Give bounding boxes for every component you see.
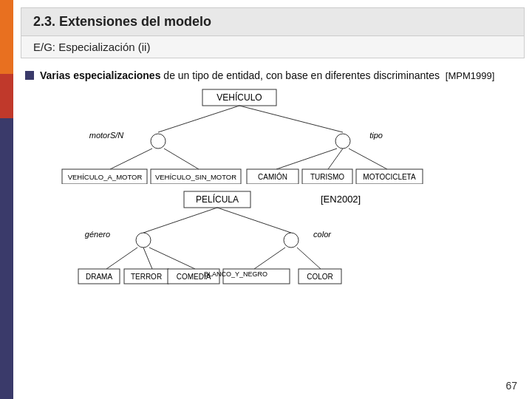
vsm-label: VEHÍCULO_SIN_MOTOR	[155, 173, 236, 181]
line-drama	[106, 248, 137, 269]
color-bar	[0, 0, 13, 399]
page-number-text: 67	[505, 380, 517, 392]
ref1-tag: [MPM1999]	[446, 70, 494, 81]
line-left-disc	[158, 106, 239, 132]
line-camion	[276, 149, 337, 169]
terror-label: TERROR	[131, 273, 162, 281]
moto-label: MOTOCICLETA	[363, 173, 416, 181]
color-node-label: COLOR	[307, 273, 333, 281]
body-area: Varias especializaciones de un tipo de e…	[13, 66, 532, 286]
color-bar-dark	[0, 118, 13, 399]
line-terror	[143, 248, 152, 269]
vehiculo-label: VEHÍCULO	[216, 92, 262, 103]
content-area: 2.3. Extensiones del modelo E/G: Especia…	[13, 0, 532, 399]
tipo-disc-circle	[335, 134, 350, 149]
slide-subtitle: E/G: Especialización (ii)	[21, 36, 525, 58]
tipo-label: tipo	[369, 131, 383, 140]
color-disc-label: color	[313, 230, 332, 239]
motor-label: motorS/N	[89, 131, 124, 140]
line-moto	[349, 149, 387, 169]
bullet-bold: Varias especializaciones	[40, 69, 160, 81]
line-byn	[254, 248, 285, 269]
bullet-item: Varias especializaciones de un tipo de e…	[25, 69, 520, 83]
byn-label1: BLANCO_Y_NEGRO	[204, 270, 267, 278]
bullet-icon	[25, 71, 34, 80]
slide: 2.3. Extensiones del modelo E/G: Especia…	[0, 0, 532, 399]
color-disc-circle	[284, 233, 299, 248]
genero-disc-circle	[136, 233, 151, 248]
genero-label: género	[85, 230, 110, 239]
line-right-disc	[239, 106, 343, 132]
bullet-rest: de un tipo de entidad, con base en difer…	[160, 69, 439, 81]
bullet-content: Varias especializaciones de un tipo de e…	[40, 69, 494, 83]
page-number: 67	[505, 380, 517, 392]
title-text: 2.3. Extensiones del modelo	[33, 14, 211, 29]
color-bar-red	[0, 74, 13, 118]
diagram2: PELÍCULA [EN2002] género color	[25, 190, 520, 286]
turismo-label: TURISMO	[310, 173, 344, 181]
camion-label: CAMIÓN	[258, 172, 287, 181]
vam-label: VEHÍCULO_A_MOTOR	[68, 173, 143, 181]
line-vsm	[164, 149, 199, 169]
diagram1-svg: VEHÍCULO motorS/N tipo	[47, 88, 476, 184]
line-turismo	[328, 149, 343, 169]
color-bar-orange	[0, 0, 13, 74]
line-color-node	[297, 248, 321, 269]
diagram1: VEHÍCULO motorS/N tipo	[25, 88, 520, 184]
pelicula-label: PELÍCULA	[196, 194, 239, 205]
diagram2-svg: PELÍCULA [EN2002] género color	[47, 190, 461, 286]
slide-title: 2.3. Extensiones del modelo	[21, 7, 525, 36]
line-color	[217, 208, 291, 233]
subtitle-text: E/G: Especialización (ii)	[33, 41, 150, 53]
drama-label: DRAMA	[86, 273, 112, 281]
motor-disc-circle	[151, 134, 166, 149]
line-comedia	[149, 248, 195, 269]
line-genero	[143, 208, 217, 233]
ref2-text: [EN2002]	[321, 194, 361, 205]
line-vam	[110, 149, 152, 169]
